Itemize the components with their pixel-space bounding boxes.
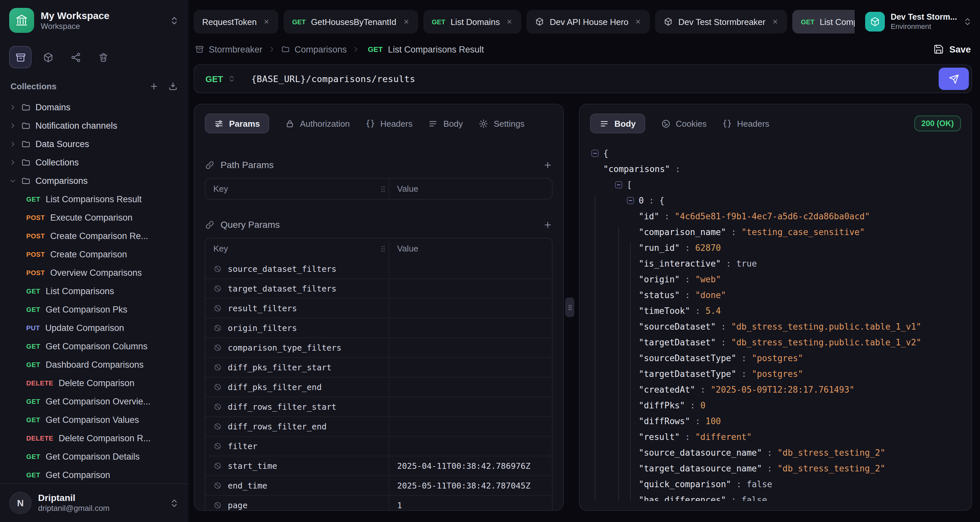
- tab-headers[interactable]: {}Headers: [366, 114, 412, 133]
- tab-cookies[interactable]: Cookies: [661, 114, 706, 133]
- collapse-toggle-icon[interactable]: [615, 181, 627, 188]
- tree-request-item[interactable]: POST Create Comparison Re...: [5, 226, 183, 245]
- tree-request-item[interactable]: DELETE Delete Comparison R...: [5, 429, 183, 447]
- param-key[interactable]: target_dataset_filters: [228, 284, 336, 293]
- tree-request-item[interactable]: POST Overview Comparisons: [5, 263, 183, 282]
- query-param-row[interactable]: diff_rows_filter_start: [205, 396, 552, 416]
- tree-folder-item[interactable]: Data Sources: [5, 135, 183, 153]
- drag-handle-icon[interactable]: [379, 244, 387, 253]
- param-key[interactable]: filter: [228, 441, 257, 451]
- add-query-param-button[interactable]: [543, 220, 553, 229]
- breadcrumb-collection[interactable]: Stormbreaker: [195, 44, 262, 54]
- query-param-row[interactable]: filter: [205, 436, 552, 456]
- tab-body[interactable]: Body: [428, 114, 463, 133]
- param-key[interactable]: end_time: [228, 481, 267, 490]
- param-key[interactable]: start_time: [228, 461, 277, 471]
- request-tab[interactable]: RequestToken: [194, 10, 278, 33]
- tree-request-item[interactable]: GET Get Comparison Pks: [5, 300, 183, 318]
- param-key[interactable]: source_dataset_filters: [228, 264, 336, 274]
- tree-request-item[interactable]: GET List Comparisons: [5, 282, 183, 300]
- url-input[interactable]: {BASE_URL}/comparisons/results: [243, 73, 939, 84]
- query-param-row[interactable]: page 1: [205, 495, 552, 511]
- tree-request-item[interactable]: GET Get Comparison: [5, 466, 183, 483]
- query-param-row[interactable]: comparison_type_filters: [205, 337, 552, 357]
- tree-request-item[interactable]: POST Create Comparison: [5, 245, 183, 263]
- query-param-row[interactable]: source_dataset_filters: [205, 259, 552, 279]
- tree-folder-item[interactable]: Comparisons: [5, 171, 183, 190]
- method-select[interactable]: GET: [197, 68, 243, 90]
- tree-folder-item[interactable]: Domains: [5, 98, 183, 116]
- close-tab-icon[interactable]: [263, 18, 270, 25]
- send-button[interactable]: [939, 68, 969, 90]
- nav-trash-button[interactable]: [92, 46, 114, 68]
- close-tab-icon[interactable]: [635, 18, 642, 25]
- param-key[interactable]: diff_rows_filter_end: [228, 422, 326, 431]
- user-name: Driptanil: [38, 492, 110, 504]
- tab-headers[interactable]: {}Headers: [722, 114, 769, 133]
- param-type-icon: [213, 442, 222, 450]
- tree-request-item[interactable]: GET Get Comparison Columns: [5, 337, 183, 355]
- tree-request-item[interactable]: GET Get Comparison Details: [5, 447, 183, 466]
- workspace-switcher[interactable]: My Workspace Workspace: [0, 0, 188, 38]
- close-tab-icon[interactable]: [403, 18, 410, 25]
- collapse-toggle-icon[interactable]: [592, 150, 603, 157]
- tab-authorization[interactable]: Authorization: [285, 114, 350, 133]
- tree-folder-item[interactable]: Notification channels: [5, 116, 183, 135]
- param-key[interactable]: diff_rows_filter_start: [228, 402, 336, 412]
- tree-request-item[interactable]: PUT Update Comparison: [5, 318, 183, 337]
- param-key[interactable]: origin_filters: [228, 323, 297, 333]
- param-value[interactable]: 2025-05-11T00:38:42.787045Z: [389, 481, 552, 490]
- import-collection-icon[interactable]: [168, 81, 178, 91]
- panel-resize-handle[interactable]: [565, 298, 574, 317]
- drag-handle-icon[interactable]: [379, 185, 387, 193]
- add-path-param-button[interactable]: [543, 160, 553, 170]
- query-param-row[interactable]: start_time 2025-04-11T00:38:42.786976Z: [205, 456, 552, 475]
- close-tab-icon[interactable]: [506, 18, 513, 25]
- request-tab[interactable]: GETList Domains: [423, 10, 522, 33]
- query-param-row[interactable]: end_time 2025-05-11T00:38:42.787045Z: [205, 475, 552, 495]
- query-param-row[interactable]: origin_filters: [205, 318, 552, 337]
- param-value[interactable]: 1: [389, 500, 552, 510]
- json-token: "done": [695, 290, 726, 300]
- param-key[interactable]: diff_pks_filter_end: [228, 382, 321, 392]
- environment-selector[interactable]: Dev Test Storm... Environment: [854, 8, 972, 35]
- query-param-row[interactable]: diff_pks_filter_end: [205, 377, 552, 396]
- collapse-toggle-icon[interactable]: [627, 197, 639, 204]
- query-param-row[interactable]: diff_pks_filter_start: [205, 357, 552, 377]
- param-value[interactable]: 2025-04-11T00:38:42.786976Z: [389, 461, 552, 471]
- query-param-row[interactable]: diff_rows_filter_end: [205, 416, 552, 436]
- add-collection-icon[interactable]: [149, 81, 159, 91]
- param-key[interactable]: comparison_type_filters: [228, 343, 341, 353]
- query-params-title: Query Params: [221, 219, 280, 230]
- tree-request-item[interactable]: POST Execute Comparison: [5, 208, 183, 226]
- param-key[interactable]: diff_pks_filter_start: [228, 363, 331, 372]
- tree-request-item[interactable]: DELETE Delete Comparison: [5, 374, 183, 392]
- chevron-right-icon: [9, 122, 16, 129]
- close-tab-icon[interactable]: [772, 18, 778, 25]
- param-key[interactable]: page: [228, 500, 247, 510]
- query-param-row[interactable]: result_filters: [205, 298, 552, 318]
- json-token: "diffPks": [639, 400, 685, 410]
- save-button[interactable]: Save: [934, 44, 971, 54]
- tab-body[interactable]: Body: [590, 114, 645, 133]
- tab-params[interactable]: Params: [205, 114, 269, 133]
- nav-collections-button[interactable]: [9, 46, 32, 68]
- request-tab[interactable]: GETGetHousesByTenantId: [283, 10, 418, 33]
- tree-request-item[interactable]: GET Dashboard Comparisons: [5, 355, 183, 374]
- param-key[interactable]: result_filters: [228, 303, 297, 313]
- tree-request-item[interactable]: GET List Comparisons Result: [5, 190, 183, 208]
- nav-environments-button[interactable]: [37, 46, 59, 68]
- nav-flows-button[interactable]: [64, 46, 87, 68]
- environment-tab[interactable]: Dev API House Hero: [527, 10, 650, 33]
- breadcrumb-folder[interactable]: Comparisons: [281, 44, 347, 54]
- tree-request-item[interactable]: GET Get Comparison Overvie...: [5, 392, 183, 411]
- tab-settings[interactable]: Settings: [479, 114, 525, 133]
- environment-tab[interactable]: Dev Test Stormbreaker: [655, 10, 787, 33]
- query-param-row[interactable]: target_dataset_filters: [205, 279, 552, 298]
- tree-folder-item[interactable]: Collections: [5, 153, 183, 171]
- json-token: "result": [639, 432, 680, 442]
- value-column-header: Value: [389, 184, 552, 194]
- tree-request-item[interactable]: GET Get Comparison Values: [5, 411, 183, 429]
- list-icon: [428, 119, 438, 128]
- account-switcher[interactable]: N Driptanil driptanil@gmail.com: [0, 483, 188, 522]
